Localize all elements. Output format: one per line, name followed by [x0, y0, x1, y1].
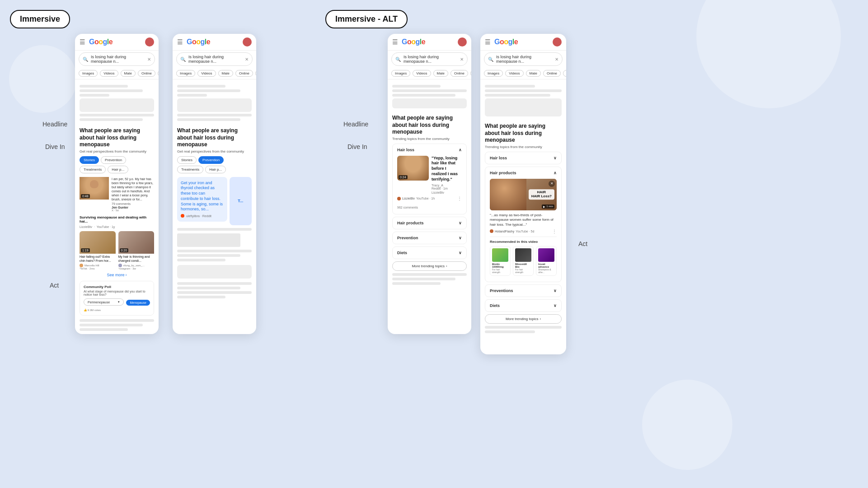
- menu-icon-4[interactable]: ☰: [485, 38, 491, 46]
- menu-icon-2[interactable]: ☰: [177, 38, 183, 46]
- filter4-online[interactable]: Online: [543, 70, 561, 77]
- filter-male[interactable]: Male: [121, 70, 136, 77]
- accordion4-hair-loss[interactable]: Hair loss ∨: [485, 152, 562, 164]
- product-name-minox: Minoxidil Bio: [515, 263, 531, 268]
- accordion4-diets[interactable]: Diets ∨: [485, 299, 562, 312]
- diets-label-4: Diets: [490, 303, 500, 308]
- close-video-btn[interactable]: ✕: [549, 181, 555, 187]
- video-platform-p: YouTube · 1h: [416, 197, 435, 200]
- source-avatar-3: [118, 264, 122, 267]
- filter4-videos[interactable]: Videos: [505, 70, 523, 77]
- headline-text-2: What people are saying about hair loss d…: [177, 127, 252, 149]
- filter-row-4: Images Videos Male Online Label: [480, 68, 566, 79]
- filter2-images[interactable]: Images: [176, 70, 195, 77]
- accordion-hair-loss-header[interactable]: Hair loss ∧: [393, 144, 466, 156]
- filter-online[interactable]: Online: [138, 70, 155, 77]
- accordion-prevention[interactable]: Prevention ∨: [392, 232, 467, 244]
- pill2-prevention[interactable]: Prevention: [198, 156, 224, 164]
- big-video-thumb[interactable]: 0:48: [80, 177, 109, 200]
- close-icon-4[interactable]: ✕: [555, 57, 558, 62]
- pill2-hairp[interactable]: Hair p...: [205, 166, 226, 173]
- filter3-male[interactable]: Male: [433, 70, 448, 77]
- search-bar-4[interactable]: 🔍 Is losing hair during menopause n... ✕: [484, 52, 563, 66]
- accordion-diets[interactable]: Diets ∨: [392, 246, 467, 259]
- prevention-label: Prevention: [397, 236, 418, 240]
- more-icon-4[interactable]: ⋮: [552, 229, 557, 234]
- skeleton-section-2: [173, 79, 256, 126]
- filter-row-2: Images Videos Male Online Perspe...: [173, 68, 256, 79]
- poll-votes: 👍 9.3M votes: [84, 308, 150, 311]
- product-biotin[interactable]: Biotin 10000mg For hair strength: [490, 246, 511, 276]
- avatar-3[interactable]: [458, 37, 467, 46]
- filter-videos[interactable]: Videos: [100, 70, 118, 77]
- video-card-2[interactable]: 1:19 Hair falling out? Extra chin hairs?…: [80, 231, 116, 270]
- quote-card-2: Get your iron and thyroid checked as the…: [177, 177, 227, 222]
- accordion-hair-products[interactable]: Hair products ∨: [392, 217, 467, 229]
- filter2-male[interactable]: Male: [218, 70, 233, 77]
- pill-stories[interactable]: Stories: [80, 156, 99, 164]
- phone4-content: What people are saying about hair loss d…: [480, 122, 566, 339]
- pill-hairp[interactable]: Hair p...: [108, 166, 128, 173]
- feature-video-4[interactable]: HAIR HAIR Loss? ▶ 1 min ✕: [490, 179, 557, 210]
- filter4-label[interactable]: Label: [563, 70, 566, 77]
- filter3-images[interactable]: Images: [391, 70, 410, 77]
- product-invati[interactable]: Invati advance Shampoos & othe...: [536, 246, 557, 276]
- filter4-images[interactable]: Images: [484, 70, 503, 77]
- bottom-skeleton: [80, 319, 154, 331]
- menu-icon-3[interactable]: ☰: [392, 38, 398, 46]
- video-card-3[interactable]: 0:20 My hair is thinning and changed con…: [118, 231, 155, 270]
- big-quote: "Yepp, losing hair like that before I re…: [432, 156, 462, 182]
- accordion4-hp-header[interactable]: Hair products ∧: [485, 167, 561, 179]
- pill2-treatments[interactable]: Treatments: [177, 166, 203, 173]
- video-thumb-3: 0:20: [118, 231, 155, 254]
- close-icon[interactable]: ✕: [147, 57, 151, 62]
- poll-question: At what stage of menopause did you start…: [84, 290, 150, 296]
- bottom-skeleton-3: [392, 273, 467, 285]
- pill2-stories[interactable]: Stories: [177, 156, 197, 164]
- skeleton-section-4: [480, 79, 566, 122]
- more-icon-3[interactable]: ⋮: [457, 196, 462, 201]
- filter-images[interactable]: Images: [79, 70, 98, 77]
- avatar-2[interactable]: [243, 37, 252, 46]
- filter2-online[interactable]: Online: [235, 70, 253, 77]
- more-topics-btn-4[interactable]: More trending topics ›: [485, 314, 562, 324]
- video-grid-1: 1:19 Hair falling out? Extra chin hairs?…: [80, 231, 154, 270]
- quote-author-3: Tracy_A: [432, 184, 462, 187]
- video-platform-2: TikTok · 2ms: [80, 267, 116, 270]
- menu-icon[interactable]: ☰: [80, 38, 85, 46]
- search-text: Is losing hair during menopause n...: [91, 55, 145, 64]
- accordion4-preventions[interactable]: Preventions ∨: [485, 284, 562, 297]
- hair-loss-label-4: Hair loss: [490, 156, 507, 160]
- pill-treatments[interactable]: Treatments: [80, 166, 106, 173]
- big-video-card-1: 0:48 I am per, 52 y.o. My hair has been …: [80, 177, 154, 212]
- filter-row-3: Images Videos Male Online Label: [388, 68, 471, 79]
- search-bar-1[interactable]: 🔍 Is losing hair during menopause n... ✕: [79, 52, 155, 66]
- filter3-label[interactable]: Label: [470, 70, 471, 77]
- filter2-videos[interactable]: Videos: [197, 70, 216, 77]
- close-icon-2[interactable]: ✕: [245, 57, 249, 62]
- big-video-meta-1: LizzieBtv · YouTube · 1y: [80, 225, 154, 228]
- filter3-videos[interactable]: Videos: [413, 70, 431, 77]
- filter2-persp[interactable]: Perspe...: [255, 70, 256, 77]
- diets-label: Diets: [397, 251, 407, 255]
- chevron-up-icon-4: ∧: [554, 171, 557, 175]
- search-bar-3[interactable]: 🔍 Is losing hair during menopause n... ✕: [391, 52, 468, 66]
- person-thumb[interactable]: 0:24: [397, 156, 429, 181]
- poll-answer-btn[interactable]: Menopause: [126, 300, 150, 306]
- author-1: Jen Gunter: [112, 206, 154, 209]
- see-more-btn[interactable]: See more ›: [80, 273, 154, 277]
- avatar[interactable]: [145, 37, 154, 46]
- more-topics-btn-3[interactable]: More trending topics ›: [392, 261, 467, 271]
- pill-prevention[interactable]: Prevention: [101, 156, 126, 164]
- close-icon-3[interactable]: ✕: [460, 57, 464, 62]
- search-bar-2[interactable]: 🔍 Is losing hair during menopause n... ✕: [176, 52, 253, 66]
- video-quote-4: "...as many as two-thirds of post-menopa…: [490, 213, 557, 227]
- avatar-4[interactable]: [553, 37, 562, 46]
- big-video-source: LizzieBtv: [80, 225, 92, 228]
- filter3-online[interactable]: Online: [450, 70, 468, 77]
- search-text-4: Is losing hair during menopause n...: [496, 55, 552, 64]
- product-minoxidil[interactable]: Minoxidil Bio For hair strength: [513, 246, 534, 276]
- poll-select[interactable]: Perimenopause ▾: [84, 298, 124, 306]
- filter4-male[interactable]: Male: [526, 70, 541, 77]
- filter-persp[interactable]: Perspe...: [158, 70, 159, 77]
